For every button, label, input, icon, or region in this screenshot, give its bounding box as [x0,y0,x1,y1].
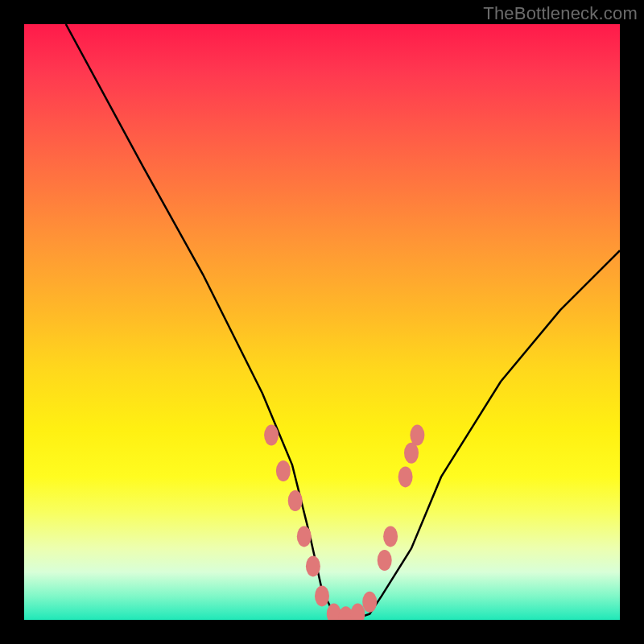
data-marker [306,555,320,576]
plot-area [24,24,620,620]
data-marker [288,490,303,511]
data-marker [410,425,424,446]
data-marker [350,604,365,620]
data-marker [297,526,312,547]
data-marker [276,460,291,481]
chart-svg [24,24,620,620]
data-marker [404,443,419,464]
data-marker [264,425,279,446]
data-marker [362,592,377,613]
watermark-text: TheBottleneck.com [483,3,638,24]
chart-frame: TheBottleneck.com [0,0,644,644]
data-marker [383,526,398,547]
data-marker [378,550,392,571]
data-marker [315,585,329,606]
bottleneck-curve [66,24,620,620]
data-marker [398,466,413,487]
